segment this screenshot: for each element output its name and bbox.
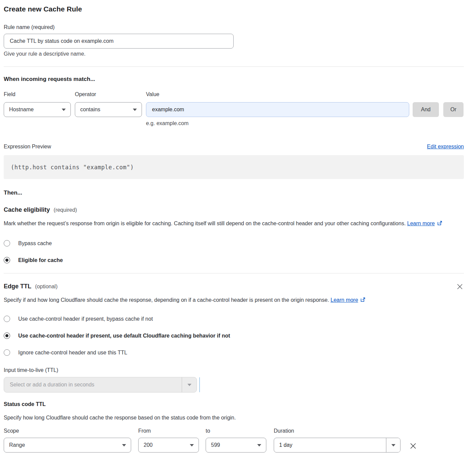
- status-code-ttl-description: Specify how long Cloudflare should cache…: [4, 414, 464, 421]
- chevron-down-icon: [187, 384, 191, 386]
- bypass-cache-option[interactable]: Bypass cache: [4, 240, 464, 246]
- required-tag: (required): [54, 207, 77, 213]
- close-icon: [456, 286, 463, 291]
- duration-select-value: 1 day: [274, 438, 386, 452]
- expression-preview-label: Expression Preview: [4, 143, 51, 150]
- rule-name-helper: Give your rule a descriptive name.: [4, 51, 464, 57]
- section-divider: [4, 273, 464, 273]
- scope-label: Scope: [4, 428, 131, 434]
- edge-ttl-close-button[interactable]: [456, 283, 464, 291]
- or-button[interactable]: Or: [443, 102, 464, 117]
- edge-ttl-description-text: Specify if and how long Cloudflare shoul…: [4, 297, 329, 303]
- duration-label: Duration: [274, 428, 400, 434]
- section-divider: [4, 66, 464, 67]
- field-select[interactable]: Hostname: [4, 102, 71, 117]
- value-label: Value: [146, 91, 409, 97]
- rule-name-input[interactable]: [4, 34, 234, 49]
- edge-ttl-option-ignore-label[interactable]: Ignore cache-control header and use this…: [18, 350, 127, 356]
- ttl-duration-placeholder: Select or add a duration in seconds: [4, 377, 182, 392]
- value-input[interactable]: [146, 102, 409, 117]
- external-link-icon: [360, 296, 366, 306]
- text-cursor: [199, 377, 200, 392]
- match-heading: When incoming requests match...: [4, 76, 464, 83]
- delete-status-ttl-button[interactable]: [409, 441, 418, 451]
- from-label: From: [138, 428, 199, 434]
- field-select-value: Hostname: [9, 107, 34, 113]
- scope-select[interactable]: Range: [4, 438, 131, 453]
- bypass-cache-label[interactable]: Bypass cache: [18, 240, 52, 246]
- cache-eligibility-description: Mark whether the request’s response from…: [4, 219, 457, 229]
- chevron-down-icon: [62, 109, 66, 111]
- create-cache-rule-form: Create new Cache Rule Rule name (require…: [0, 0, 476, 463]
- then-heading: Then...: [4, 189, 464, 196]
- scope-select-value: Range: [9, 442, 25, 448]
- cache-eligibility-description-text: Mark whether the request’s response from…: [4, 221, 406, 226]
- edge-ttl-heading: Edge TTL: [4, 283, 31, 290]
- edge-ttl-option-ignore[interactable]: Ignore cache-control header and use this…: [4, 349, 464, 356]
- eligible-for-cache-label[interactable]: Eligible for cache: [18, 257, 63, 263]
- cache-eligibility-learn-more-link[interactable]: Learn more: [407, 221, 435, 226]
- edge-ttl-option-bypass-label[interactable]: Use cache-control header if present, byp…: [18, 316, 153, 322]
- chevron-down-icon: [133, 109, 137, 111]
- to-select-value: 599: [211, 442, 220, 448]
- radio-selected-icon[interactable]: [4, 257, 10, 263]
- ttl-input-label: Input time-to-live (TTL): [4, 367, 464, 373]
- edge-ttl-description: Specify if and how long Cloudflare shoul…: [4, 295, 376, 306]
- edge-ttl-option-default[interactable]: Use cache-control header if present, use…: [4, 332, 464, 339]
- edge-ttl-option-default-label[interactable]: Use cache-control header if present, use…: [18, 333, 230, 339]
- field-label: Field: [4, 91, 71, 97]
- cache-eligibility-heading: Cache eligibility: [4, 206, 50, 213]
- radio-unselected-icon[interactable]: [4, 240, 10, 246]
- chevron-down-icon: [122, 444, 126, 446]
- from-select[interactable]: 200: [138, 438, 199, 453]
- external-link-icon: [437, 220, 443, 229]
- chevron-down-icon: [391, 444, 395, 446]
- radio-unselected-icon[interactable]: [4, 349, 10, 356]
- operator-select-value: contains: [80, 107, 100, 113]
- eligible-for-cache-option[interactable]: Eligible for cache: [4, 257, 464, 263]
- and-button[interactable]: And: [413, 102, 439, 117]
- close-icon: [409, 446, 417, 451]
- status-code-ttl-row: Scope Range From 200 to 599: [4, 428, 464, 453]
- expression-code: (http.host contains "example.com"): [11, 164, 134, 171]
- duration-dropdown-button[interactable]: [386, 438, 400, 452]
- to-label: to: [206, 428, 266, 434]
- match-condition-row: Field Hostname Operator contains Value e…: [4, 91, 464, 126]
- edge-ttl-learn-more-link[interactable]: Learn more: [331, 297, 358, 303]
- page-title: Create new Cache Rule: [4, 5, 464, 13]
- chevron-down-icon: [190, 444, 194, 446]
- ttl-duration-select[interactable]: Select or add a duration in seconds: [4, 377, 197, 393]
- operator-select[interactable]: contains: [75, 102, 142, 117]
- expression-code-block: (http.host contains "example.com"): [4, 155, 464, 179]
- duration-select[interactable]: 1 day: [274, 438, 400, 453]
- from-select-value: 200: [144, 442, 153, 448]
- ttl-duration-dropdown-button[interactable]: [182, 377, 197, 392]
- edge-ttl-option-bypass[interactable]: Use cache-control header if present, byp…: [4, 316, 464, 322]
- status-code-ttl-heading: Status code TTL: [4, 401, 464, 407]
- optional-tag: (optional): [35, 284, 58, 290]
- operator-label: Operator: [75, 91, 142, 97]
- rule-name-label: Rule name (required): [4, 24, 464, 30]
- radio-selected-icon[interactable]: [4, 332, 10, 339]
- radio-unselected-icon[interactable]: [4, 316, 10, 322]
- chevron-down-icon: [257, 444, 261, 446]
- value-helper: e.g. example.com: [146, 120, 409, 126]
- to-select[interactable]: 599: [206, 438, 266, 453]
- edit-expression-link[interactable]: Edit expression: [427, 144, 464, 150]
